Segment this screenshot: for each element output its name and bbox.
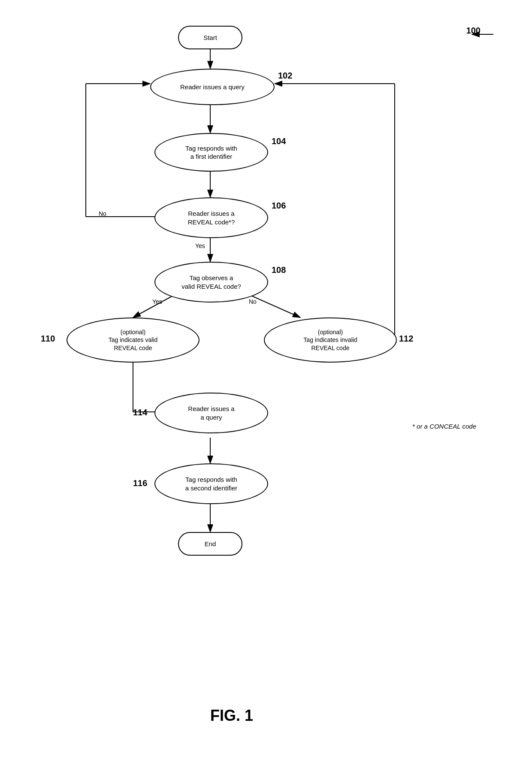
- node-110-label: (optional) Tag indicates valid REVEAL co…: [109, 328, 157, 352]
- node-114-label: Reader issues a a query: [188, 405, 234, 421]
- flowchart-diagram: Start 100 Reader issues a query 102 Tag …: [0, 0, 532, 759]
- ref-arrow: [470, 28, 496, 41]
- step-num-108: 108: [272, 265, 286, 275]
- node-108: Tag observes a valid REVEAL code?: [154, 262, 268, 302]
- step-num-116: 116: [133, 478, 147, 488]
- start-label: Start: [203, 34, 217, 41]
- step-num-102: 102: [278, 71, 292, 81]
- node-116: Tag responds with a second identifier: [154, 463, 268, 504]
- footnote: * or a CONCEAL code: [412, 423, 476, 430]
- node-106-label: Reader issues a REVEAL code*?: [188, 209, 235, 226]
- yes-label-108: Yes: [152, 298, 162, 305]
- node-112: (optional) Tag indicates invalid REVEAL …: [264, 318, 397, 363]
- node-104: Tag responds with a first identifier: [154, 133, 268, 172]
- node-102: Reader issues a query: [150, 69, 275, 105]
- node-110: (optional) Tag indicates valid REVEAL co…: [66, 318, 200, 363]
- step-num-106: 106: [272, 201, 286, 211]
- no-label-106: No: [99, 210, 106, 217]
- node-114: Reader issues a a query: [154, 393, 268, 433]
- start-node: Start: [178, 26, 242, 49]
- no-label-108: No: [249, 298, 257, 305]
- node-112-label: (optional) Tag indicates invalid REVEAL …: [303, 328, 357, 352]
- step-num-114: 114: [133, 408, 147, 417]
- node-108-label: Tag observes a valid REVEAL code?: [181, 274, 241, 290]
- node-102-label: Reader issues a query: [180, 83, 245, 91]
- step-num-112: 112: [399, 334, 413, 344]
- step-num-104: 104: [272, 136, 286, 146]
- yes-label-106: Yes: [195, 242, 205, 249]
- node-104-label: Tag responds with a first identifier: [185, 144, 237, 161]
- end-node: End: [178, 532, 242, 556]
- step-num-110: 110: [41, 334, 55, 344]
- end-label: End: [205, 540, 216, 547]
- node-106: Reader issues a REVEAL code*?: [154, 197, 268, 238]
- node-116-label: Tag responds with a second identifier: [185, 475, 238, 492]
- figure-label: FIG. 1: [210, 707, 253, 725]
- arrows-svg: [0, 0, 532, 759]
